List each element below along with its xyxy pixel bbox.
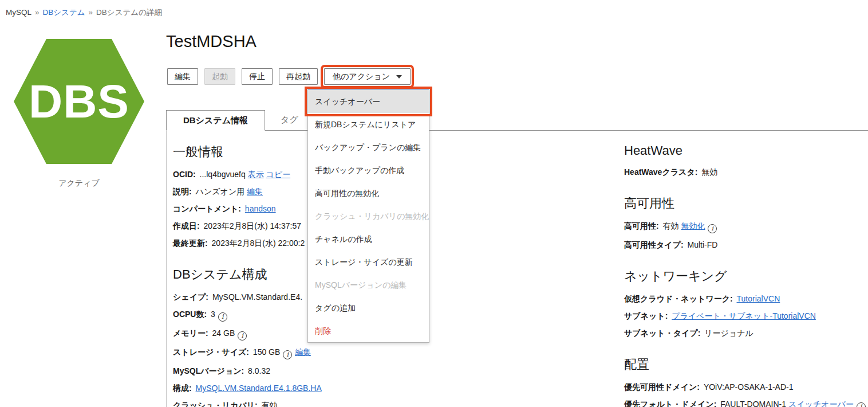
breadcrumb: MySQL»DBシステム»DBシステムの詳細 [6,7,162,18]
field-row: クラッシュ・リカバリ: 有効 [173,400,419,407]
info-icon[interactable]: i [708,224,717,233]
field-label: コンパートメント: [173,204,241,213]
edit-description-link[interactable]: 編集 [247,187,263,196]
field-row: サブネット: プライベート・サブネット-TutorialVCN [624,310,868,322]
info-icon[interactable]: i [857,402,866,407]
field-value: YOiV:AP-OSAKA-1-AD-1 [704,382,794,392]
field-value: 有効 [663,221,679,230]
breadcrumb-separator: » [89,8,93,17]
field-label: 仮想クラウド・ネットワーク: [624,294,733,303]
action-toolbar: 編集 起動 停止 再起動 他のアクション [167,68,411,85]
field-value: 無効 [701,167,717,177]
menu-item-1[interactable]: 新規DBシステムにリストア [308,113,429,136]
field-value: 有効 [262,401,278,407]
edit-button[interactable]: 編集 [167,68,198,85]
field-row: 高可用性: 有効 無効化 i [624,220,868,233]
page-title: TestMDSHA [166,32,257,51]
resource-status: DBS アクティブ [14,39,144,189]
field-value: Multi-FD [688,240,718,249]
details-right-column: HeatWaveHeatWaveクラスタ: 無効 高可用性高可用性: 有効 無効… [624,136,868,407]
panel-left-border [166,131,167,407]
field-value: 8.0.32 [248,366,270,375]
section-heading: 配置 [624,356,868,373]
switchover-link[interactable]: スイッチオーバー [788,400,854,407]
field-label: サブネット: [624,311,668,320]
db-system-icon-label: DBS [14,39,144,164]
field-row: ストレージ・サイズ: 150 GB i 編集 [173,346,419,359]
field-row: 仮想クラウド・ネットワーク: TutorialVCN [624,293,868,304]
field-label: クラッシュ・リカバリ: [173,401,258,407]
field-row: 高可用性タイプ: Multi-FD [624,239,868,251]
stop-button[interactable]: 停止 [242,68,273,85]
field-label: 作成日: [173,221,200,230]
section-heading: ネットワーキング [624,268,868,285]
info-icon[interactable]: i [218,312,227,322]
restart-button[interactable]: 再起動 [279,68,318,85]
tab-bar: DBシステム情報 タグ [166,110,868,131]
field-label: メモリー: [173,328,208,338]
field-label: MySQLバージョン: [173,366,244,375]
field-row: 優先可用性ドメイン: YOiV:AP-OSAKA-1-AD-1 [624,381,868,393]
field-label: HeatWaveクラスタ: [624,167,697,177]
field-label: サブネット・タイプ: [624,328,700,338]
info-icon[interactable]: i [283,350,292,359]
more-actions-label: 他のアクション [333,72,390,82]
vcn-link[interactable]: TutorialVCN [737,294,780,303]
more-actions-button[interactable]: 他のアクション [324,68,411,85]
field-label: OCPU数: [173,310,207,319]
field-value: 2023年2月8日(水) 14:37:57 [204,221,301,230]
field-value: 24 GB [212,328,235,338]
tab-tags[interactable]: タグ [265,110,314,130]
field-row: 構成: MySQL.VM.Standard.E4.1.8GB.HA [173,382,419,394]
breadcrumb-current: DBシステムの詳細 [96,8,162,17]
copy-ocid-link[interactable]: コピー [266,170,291,179]
field-value: 3 [211,310,215,319]
field-label: シェイプ: [173,292,208,302]
menu-item-2[interactable]: バックアップ・プランの編集 [308,136,429,159]
field-label: 説明: [173,187,192,196]
field-value: ...lq4bgvuefq [200,170,246,179]
field-label: 最終更新: [173,238,208,248]
field-value: 150 GB [253,347,280,357]
field-label: 高可用性タイプ: [624,240,684,249]
menu-item-3[interactable]: 手動バックアップの作成 [308,159,429,182]
section-heading: HeatWave [624,143,868,158]
field-label: ストレージ・サイズ: [173,347,249,357]
field-value: ハンズオン用 [196,187,245,196]
info-icon[interactable]: i [238,331,247,341]
menu-item-6[interactable]: チャネルの作成 [308,228,429,251]
status-badge: アクティブ [14,178,144,189]
field-value: MySQL.VM.Standard.E4. [212,292,302,302]
menu-item-5: クラッシュ・リカバリの無効化 [308,205,429,228]
field-label: 構成: [173,383,192,393]
chevron-down-icon [396,75,402,79]
compartment-link[interactable]: handson [245,204,276,213]
menu-item-9[interactable]: タグの追加 [308,296,429,319]
breadcrumb-separator: » [35,8,40,17]
field-row: 優先フォルト・ドメイン: FAULT-DOMAIN-1 スイッチオーバー i [624,398,868,407]
subnet-link[interactable]: プライベート・サブネット-TutorialVCN [672,311,816,320]
show-ocid-link[interactable]: 表示 [248,170,264,179]
field-value: リージョナル [704,328,753,338]
field-label: 優先可用性ドメイン: [624,382,700,392]
breadcrumb-db-systems-link[interactable]: DBシステム [43,8,85,17]
start-button: 起動 [204,68,235,85]
field-value: FAULT-DOMAIN-1 [720,400,786,407]
menu-item-7[interactable]: ストレージ・サイズの更新 [308,251,429,273]
field-label: 高可用性: [624,221,659,230]
field-label: OCID: [173,170,196,179]
field-row: サブネット・タイプ: リージョナル [624,327,868,339]
menu-item-8: MySQLバージョンの編集 [308,273,429,296]
menu-item-10[interactable]: 削除 [308,319,429,342]
disable-ha-link[interactable]: 無効化 [681,221,705,230]
menu-item-4[interactable]: 高可用性の無効化 [308,182,429,205]
field-value: 2023年2月8日(水) 22:00:2 [212,238,305,248]
field-label: 優先フォルト・ドメイン: [624,400,716,407]
configuration-link[interactable]: MySQL.VM.Standard.E4.1.8GB.HA [196,383,322,393]
edit-storage-link[interactable]: 編集 [295,347,311,357]
menu-item-0[interactable]: スイッチオーバー [308,90,429,113]
field-row: HeatWaveクラスタ: 無効 [624,166,868,178]
more-actions-menu: スイッチオーバー新規DBシステムにリストアバックアップ・プランの編集手動バックア… [307,89,429,343]
breadcrumb-mysql: MySQL [6,8,31,17]
tab-db-system-info[interactable]: DBシステム情報 [166,110,265,131]
